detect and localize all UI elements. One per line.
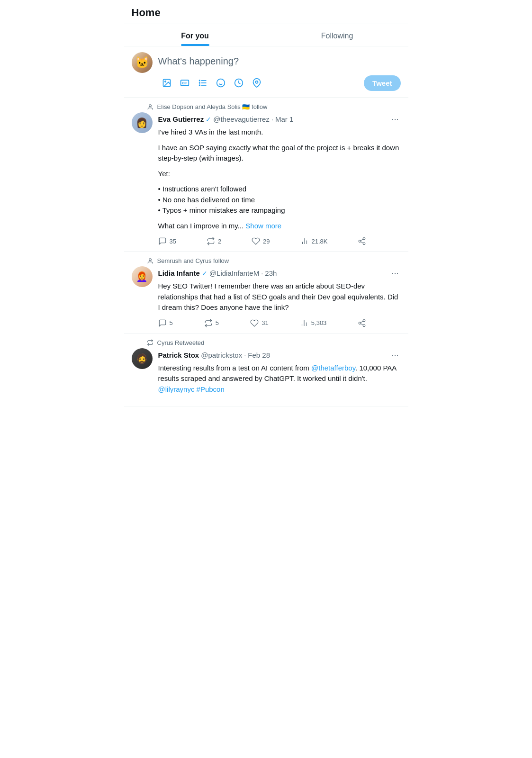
svg-point-10	[216, 79, 225, 87]
tweet-author-name: Lidia Infante	[158, 269, 200, 277]
tweet-author-name: Eva Gutierrez	[158, 115, 204, 123]
mention-link-2[interactable]: @lilyraynyc #Pubcon	[158, 385, 225, 393]
reply-action[interactable]: 35	[158, 237, 176, 245]
svg-point-1	[164, 81, 166, 82]
retweet-icon	[147, 339, 153, 346]
svg-point-29	[359, 322, 361, 324]
svg-point-30	[363, 325, 366, 327]
tweet-author-name: Patrick Stox	[158, 351, 199, 359]
svg-line-32	[361, 321, 363, 322]
tweet-header: Lidia Infante ✓ @LidiaInfanteM · 23h ···	[158, 266, 401, 280]
tweet-more-button[interactable]: ···	[389, 112, 400, 126]
tweet-header: Patrick Stox @patrickstox · Feb 28 ···	[158, 348, 401, 362]
tweet-body: Interesting results from a test on AI co…	[158, 363, 401, 395]
compose-area: 🐱 What's happening? GIF	[124, 46, 408, 98]
tweet-avatar: 👩‍🦰	[132, 266, 153, 287]
gif-icon-button[interactable]: GIF	[176, 74, 193, 91]
tweet-main: 👩‍🦰 Lidia Infante ✓ @LidiaInfanteM · 23h…	[132, 266, 401, 327]
tweet-main: 🧔 Patrick Stox @patrickstox · Feb 28 ···…	[132, 348, 401, 401]
tweet-card: Elise Dopson and Aleyda Solis 🇺🇦 follow …	[124, 98, 408, 252]
tweet-handle: @patrickstox	[201, 351, 242, 359]
svg-point-28	[363, 319, 366, 322]
tweet-avatar: 👩	[132, 112, 153, 133]
tweet-content: Lidia Infante ✓ @LidiaInfanteM · 23h ···…	[158, 266, 401, 327]
tweet-time: 23h	[265, 269, 277, 277]
schedule-icon-button[interactable]	[230, 74, 247, 91]
retweet-context: Cyrus Retweeted	[132, 339, 401, 346]
tweet-body: Hey SEO Twitter! I remember there was an…	[158, 281, 401, 313]
tweet-main: 👩 Eva Gutierrez ✓ @theevagutierrez · Mar…	[132, 112, 401, 245]
compose-icons: GIF	[158, 74, 265, 91]
retweet-action[interactable]: 5	[204, 319, 219, 327]
svg-point-9	[199, 85, 200, 86]
share-action[interactable]	[358, 237, 366, 245]
verified-badge: ✓	[206, 116, 211, 123]
tweet-context: Elise Dopson and Aleyda Solis 🇺🇦 follow	[132, 103, 401, 110]
tweet-content: Patrick Stox @patrickstox · Feb 28 ··· I…	[158, 348, 401, 401]
tweet-actions: 35 2 29	[158, 237, 367, 245]
share-action[interactable]	[358, 319, 366, 327]
svg-point-24	[149, 258, 151, 261]
image-icon-button[interactable]	[158, 74, 175, 91]
tweet-card: Cyrus Retweeted 🧔 Patrick Stox @patricks…	[124, 334, 408, 407]
tweet-time: Feb 28	[248, 351, 270, 359]
views-action[interactable]: 5,303	[300, 319, 327, 327]
svg-point-14	[255, 81, 258, 83]
person-icon	[147, 104, 153, 110]
location-icon-button[interactable]	[248, 74, 265, 91]
tweet-actions: 5 5 31	[158, 319, 367, 327]
svg-line-23	[361, 239, 363, 241]
like-action[interactable]: 29	[252, 237, 270, 245]
page-title: Home	[132, 7, 401, 19]
compose-placeholder[interactable]: What's happening?	[158, 52, 401, 74]
person-icon	[147, 258, 153, 264]
svg-point-19	[363, 238, 366, 240]
tab-active-indicator	[181, 44, 209, 46]
tweet-handle: @theevagutierrez	[213, 115, 270, 123]
views-action[interactable]: 21.8K	[300, 237, 328, 245]
compose-avatar: 🐱	[132, 52, 153, 73]
retweet-action[interactable]: 2	[207, 237, 221, 245]
compose-toolbar: GIF	[158, 74, 401, 91]
svg-line-22	[361, 242, 363, 243]
page-header: Home	[124, 0, 408, 24]
svg-point-21	[363, 243, 366, 245]
mention-link[interactable]: @thetafferboy	[311, 364, 355, 372]
svg-text:GIF: GIF	[182, 81, 187, 85]
svg-point-8	[199, 82, 200, 83]
emoji-icon-button[interactable]	[212, 74, 229, 91]
tweet-card: Semrush and Cyrus follow 👩‍🦰 Lidia Infan…	[124, 252, 408, 334]
feed-tabs: For you Following	[124, 24, 408, 46]
svg-line-31	[361, 324, 363, 325]
like-action[interactable]: 31	[250, 319, 268, 327]
show-more-link[interactable]: Show more	[245, 222, 281, 230]
reply-action[interactable]: 5	[158, 319, 173, 327]
list-icon-button[interactable]	[194, 74, 211, 91]
tweet-header: Eva Gutierrez ✓ @theevagutierrez · Mar 1…	[158, 112, 401, 126]
tab-for-you[interactable]: For you	[124, 24, 266, 46]
tweet-body: I've hired 3 VAs in the last month. I ha…	[158, 127, 401, 231]
tweet-button[interactable]: Tweet	[364, 75, 400, 91]
tweet-handle: @LidiaInfanteM	[209, 269, 259, 277]
svg-point-7	[199, 80, 200, 81]
svg-point-20	[359, 240, 361, 243]
tweet-content: Eva Gutierrez ✓ @theevagutierrez · Mar 1…	[158, 112, 401, 245]
tab-following[interactable]: Following	[266, 24, 408, 46]
tweet-more-button[interactable]: ···	[389, 266, 400, 280]
tweet-context: Semrush and Cyrus follow	[132, 257, 401, 264]
tweet-avatar: 🧔	[132, 348, 153, 369]
verified-badge: ✓	[202, 270, 207, 277]
tweet-more-button[interactable]: ···	[389, 348, 400, 362]
svg-point-15	[149, 104, 151, 107]
tweet-time: Mar 1	[275, 115, 293, 123]
